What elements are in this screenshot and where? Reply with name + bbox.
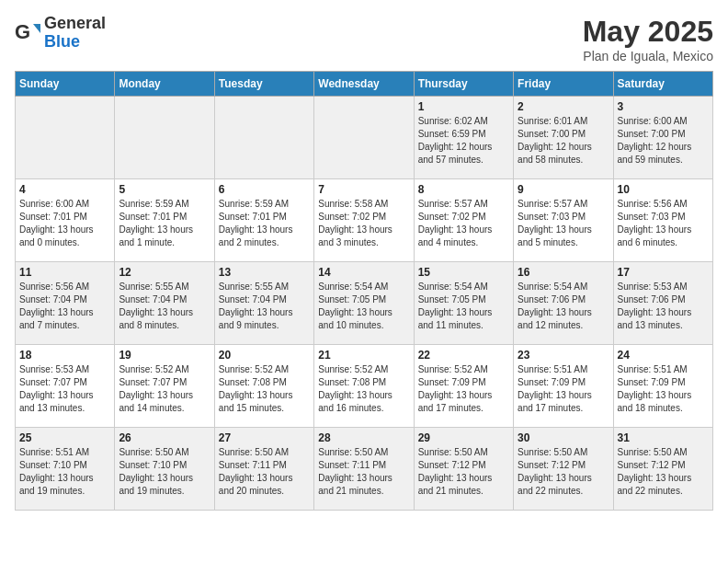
day-number: 8 — [418, 183, 509, 196]
calendar-cell: 20Sunrise: 5:52 AMSunset: 7:08 PMDayligh… — [214, 345, 313, 428]
day-info: Sunrise: 6:01 AMSunset: 7:00 PMDaylight:… — [518, 115, 609, 167]
day-info: Sunrise: 5:57 AMSunset: 7:03 PMDaylight:… — [518, 198, 609, 249]
day-info: Sunrise: 6:00 AMSunset: 7:01 PMDaylight:… — [19, 198, 110, 249]
day-info: Sunrise: 5:50 AMSunset: 7:12 PMDaylight:… — [418, 446, 509, 498]
day-info: Sunrise: 5:52 AMSunset: 7:08 PMDaylight:… — [219, 363, 310, 415]
day-number: 6 — [219, 183, 310, 196]
calendar-cell — [214, 97, 313, 179]
week-row-5: 25Sunrise: 5:51 AMSunset: 7:10 PMDayligh… — [16, 428, 713, 511]
calendar-cell: 11Sunrise: 5:56 AMSunset: 7:04 PMDayligh… — [16, 262, 115, 345]
logo-blue: Blue — [44, 33, 106, 52]
day-info: Sunrise: 5:56 AMSunset: 7:03 PMDaylight:… — [618, 198, 709, 249]
day-number: 7 — [318, 183, 409, 196]
svg-marker-1 — [33, 24, 40, 33]
calendar-cell: 27Sunrise: 5:50 AMSunset: 7:11 PMDayligh… — [214, 428, 313, 511]
calendar-cell: 12Sunrise: 5:55 AMSunset: 7:04 PMDayligh… — [115, 262, 214, 345]
day-info: Sunrise: 5:51 AMSunset: 7:09 PMDaylight:… — [618, 363, 709, 415]
day-number: 14 — [318, 266, 409, 279]
day-info: Sunrise: 5:50 AMSunset: 7:11 PMDaylight:… — [219, 446, 310, 498]
calendar-cell: 2Sunrise: 6:01 AMSunset: 7:00 PMDaylight… — [514, 97, 613, 179]
calendar-cell: 17Sunrise: 5:53 AMSunset: 7:06 PMDayligh… — [613, 262, 712, 345]
calendar-cell: 22Sunrise: 5:52 AMSunset: 7:09 PMDayligh… — [414, 345, 513, 428]
page-header: G General Blue May 2025 Plan de Iguala, … — [15, 15, 713, 63]
day-info: Sunrise: 5:50 AMSunset: 7:12 PMDaylight:… — [518, 446, 609, 498]
calendar-cell: 24Sunrise: 5:51 AMSunset: 7:09 PMDayligh… — [613, 345, 712, 428]
day-number: 13 — [219, 266, 310, 279]
day-number: 19 — [119, 349, 210, 362]
day-number: 12 — [119, 266, 210, 279]
calendar-cell: 7Sunrise: 5:58 AMSunset: 7:02 PMDaylight… — [314, 179, 414, 262]
day-info: Sunrise: 5:59 AMSunset: 7:01 PMDaylight:… — [219, 198, 310, 249]
day-info: Sunrise: 5:59 AMSunset: 7:01 PMDaylight:… — [119, 198, 210, 249]
day-number: 16 — [518, 266, 609, 279]
calendar-cell: 29Sunrise: 5:50 AMSunset: 7:12 PMDayligh… — [414, 428, 513, 511]
day-number: 23 — [518, 349, 609, 362]
day-number: 26 — [119, 431, 210, 444]
day-number: 10 — [618, 183, 709, 196]
day-info: Sunrise: 5:53 AMSunset: 7:07 PMDaylight:… — [19, 363, 110, 415]
calendar-cell: 6Sunrise: 5:59 AMSunset: 7:01 PMDaylight… — [214, 179, 313, 262]
calendar-cell: 1Sunrise: 6:02 AMSunset: 6:59 PMDaylight… — [414, 97, 513, 179]
calendar-cell: 31Sunrise: 5:50 AMSunset: 7:12 PMDayligh… — [613, 428, 712, 511]
weekday-header-thursday: Thursday — [414, 72, 513, 97]
calendar-cell: 28Sunrise: 5:50 AMSunset: 7:11 PMDayligh… — [314, 428, 414, 511]
day-info: Sunrise: 5:50 AMSunset: 7:12 PMDaylight:… — [618, 446, 709, 498]
day-info: Sunrise: 5:58 AMSunset: 7:02 PMDaylight:… — [318, 198, 409, 249]
calendar-cell: 23Sunrise: 5:51 AMSunset: 7:09 PMDayligh… — [514, 345, 613, 428]
main-title: May 2025 — [583, 15, 713, 49]
day-number: 2 — [518, 100, 609, 113]
weekday-header-monday: Monday — [115, 72, 214, 97]
weekday-header-tuesday: Tuesday — [214, 72, 313, 97]
day-info: Sunrise: 5:54 AMSunset: 7:05 PMDaylight:… — [318, 281, 409, 332]
day-info: Sunrise: 6:00 AMSunset: 7:00 PMDaylight:… — [618, 115, 709, 167]
day-number: 27 — [219, 431, 310, 444]
day-number: 30 — [518, 431, 609, 444]
weekday-header-row: SundayMondayTuesdayWednesdayThursdayFrid… — [16, 72, 713, 97]
week-row-4: 18Sunrise: 5:53 AMSunset: 7:07 PMDayligh… — [16, 345, 713, 428]
weekday-header-wednesday: Wednesday — [314, 72, 414, 97]
day-number: 24 — [618, 349, 709, 362]
day-info: Sunrise: 6:02 AMSunset: 6:59 PMDaylight:… — [418, 115, 509, 167]
logo-text: General Blue — [44, 15, 106, 52]
day-number: 21 — [318, 349, 409, 362]
calendar-cell — [115, 97, 214, 179]
svg-text:G: G — [15, 20, 30, 43]
day-info: Sunrise: 5:50 AMSunset: 7:11 PMDaylight:… — [318, 446, 409, 498]
calendar-cell: 13Sunrise: 5:55 AMSunset: 7:04 PMDayligh… — [214, 262, 313, 345]
day-number: 18 — [19, 349, 110, 362]
logo-general: General — [44, 15, 106, 33]
title-block: May 2025 Plan de Iguala, Mexico — [583, 15, 713, 63]
calendar-cell: 3Sunrise: 6:00 AMSunset: 7:00 PMDaylight… — [613, 97, 712, 179]
day-number: 22 — [418, 349, 509, 362]
calendar-cell: 19Sunrise: 5:52 AMSunset: 7:07 PMDayligh… — [115, 345, 214, 428]
calendar-cell: 4Sunrise: 6:00 AMSunset: 7:01 PMDaylight… — [16, 179, 115, 262]
day-info: Sunrise: 5:55 AMSunset: 7:04 PMDaylight:… — [119, 281, 210, 332]
day-info: Sunrise: 5:52 AMSunset: 7:07 PMDaylight:… — [119, 363, 210, 415]
week-row-2: 4Sunrise: 6:00 AMSunset: 7:01 PMDaylight… — [16, 179, 713, 262]
calendar-cell: 16Sunrise: 5:54 AMSunset: 7:06 PMDayligh… — [514, 262, 613, 345]
day-number: 31 — [618, 431, 709, 444]
day-info: Sunrise: 5:57 AMSunset: 7:02 PMDaylight:… — [418, 198, 509, 249]
week-row-3: 11Sunrise: 5:56 AMSunset: 7:04 PMDayligh… — [16, 262, 713, 345]
calendar-cell: 9Sunrise: 5:57 AMSunset: 7:03 PMDaylight… — [514, 179, 613, 262]
day-number: 25 — [19, 431, 110, 444]
subtitle: Plan de Iguala, Mexico — [583, 49, 713, 63]
day-number: 11 — [19, 266, 110, 279]
day-number: 15 — [418, 266, 509, 279]
day-info: Sunrise: 5:52 AMSunset: 7:08 PMDaylight:… — [318, 363, 409, 415]
day-info: Sunrise: 5:54 AMSunset: 7:05 PMDaylight:… — [418, 281, 509, 332]
weekday-header-sunday: Sunday — [16, 72, 115, 97]
day-info: Sunrise: 5:53 AMSunset: 7:06 PMDaylight:… — [618, 281, 709, 332]
day-number: 9 — [518, 183, 609, 196]
day-number: 5 — [119, 183, 210, 196]
day-number: 28 — [318, 431, 409, 444]
calendar-cell: 21Sunrise: 5:52 AMSunset: 7:08 PMDayligh… — [314, 345, 414, 428]
day-info: Sunrise: 5:55 AMSunset: 7:04 PMDaylight:… — [219, 281, 310, 332]
day-number: 29 — [418, 431, 509, 444]
logo-icon: G — [15, 20, 40, 46]
logo: G General Blue — [15, 15, 106, 52]
calendar-cell: 18Sunrise: 5:53 AMSunset: 7:07 PMDayligh… — [16, 345, 115, 428]
day-info: Sunrise: 5:51 AMSunset: 7:09 PMDaylight:… — [518, 363, 609, 415]
day-info: Sunrise: 5:50 AMSunset: 7:10 PMDaylight:… — [119, 446, 210, 498]
day-number: 1 — [418, 100, 509, 113]
